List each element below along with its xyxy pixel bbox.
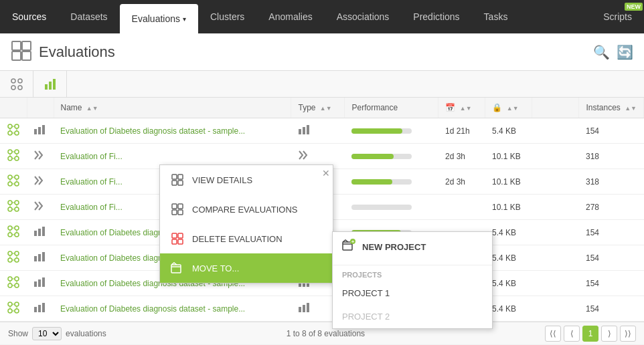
col-lock[interactable]: 🔒 ▲▼ [485, 98, 532, 118]
svg-rect-20 [38, 127, 41, 134]
svg-rect-113 [172, 233, 177, 238]
submenu-project1[interactable]: PROJECT 1 [333, 281, 492, 305]
svg-point-64 [15, 251, 19, 255]
ctx-compare[interactable]: COMPARE EVALUATIONS [160, 195, 333, 224]
ctx-move-to[interactable]: MOVE TO... [160, 253, 333, 283]
last-page-button[interactable]: ⟩⟩ [620, 326, 636, 342]
svg-rect-105 [172, 175, 177, 179]
row-time [438, 195, 485, 220]
refresh-button[interactable]: 🔄 [617, 44, 633, 60]
svg-point-65 [8, 258, 12, 262]
row-size: 10.1 KB [485, 144, 532, 169]
move-to-submenu: + NEW PROJECT PROJECTS PROJECT 1 PROJECT… [332, 231, 493, 329]
svg-text:+: + [351, 239, 355, 245]
svg-point-93 [8, 309, 12, 313]
submenu-new-project[interactable]: + NEW PROJECT [333, 232, 492, 262]
nav-datasets[interactable]: Datasets [58, 0, 119, 33]
svg-point-4 [11, 79, 15, 83]
svg-point-12 [15, 124, 19, 128]
svg-rect-0 [12, 41, 21, 50]
nav-scripts[interactable]: Scripts NEW [591, 0, 644, 33]
table-container: Name ▲▼ Type ▲▼ Performance 📅 ▲▼ 🔒 ▲▼ In… [0, 71, 644, 322]
svg-rect-114 [178, 233, 183, 238]
row-icon1 [0, 271, 27, 296]
row-time: 2d 3h [438, 144, 485, 169]
footer-info: 1 to 8 of 8 evaluations [106, 329, 545, 338]
svg-point-66 [15, 258, 19, 262]
nav-anomalies[interactable]: Anomalies [256, 0, 324, 33]
submenu-project2: PROJECT 2 [333, 305, 492, 328]
col-size[interactable] [532, 98, 579, 118]
page-header: Evaluations 🔍 🔄 [0, 33, 644, 71]
row-instances: 154 [579, 245, 644, 271]
per-page-select[interactable]: 10 25 50 [32, 327, 62, 340]
row-icon1 [0, 296, 27, 322]
svg-rect-115 [172, 239, 177, 244]
evaluations-label: evaluations [66, 329, 106, 338]
toolbar-group-icon[interactable] [0, 71, 33, 98]
svg-rect-86 [38, 279, 41, 287]
svg-point-33 [8, 175, 12, 179]
svg-rect-19 [34, 129, 37, 134]
svg-rect-116 [178, 239, 183, 244]
ctx-delete[interactable]: DELETE EVALUATION [160, 224, 333, 253]
row-icon1 [0, 144, 27, 169]
close-icon[interactable]: ✕ [322, 168, 330, 179]
col-type-icon2 [27, 98, 54, 118]
svg-rect-106 [178, 175, 183, 179]
nav-clusters[interactable]: Clusters [198, 0, 256, 33]
col-type[interactable]: Type ▲▼ [291, 98, 345, 118]
first-page-button[interactable]: ⟨⟨ [545, 326, 561, 342]
prev-page-button[interactable]: ⟨ [564, 326, 580, 342]
svg-rect-2 [12, 51, 21, 60]
table-row: Evaluation of Diabetes diagnosis dataset… [0, 118, 644, 144]
move-to-icon [169, 260, 185, 276]
svg-point-94 [15, 309, 19, 313]
svg-rect-109 [172, 204, 177, 209]
nav-predictions[interactable]: Predictions [401, 0, 471, 33]
col-performance[interactable]: Performance [345, 98, 438, 118]
row-icon2 [27, 169, 54, 195]
row-size2 [532, 296, 579, 322]
ctx-view-details-label: VIEW DETAILS [192, 175, 252, 185]
row-icon2 [27, 144, 54, 169]
row-instances: 318 [579, 169, 644, 195]
col-instances[interactable]: Instances ▲▼ [579, 98, 644, 118]
svg-point-42 [15, 201, 19, 205]
search-button[interactable]: 🔍 [593, 44, 610, 60]
svg-point-41 [8, 201, 12, 205]
row-time: 1d 21h [438, 118, 485, 144]
svg-rect-107 [172, 181, 177, 185]
svg-rect-102 [299, 307, 301, 312]
toolbar-chart-icon[interactable] [33, 71, 67, 98]
new-project-label: NEW PROJECT [362, 242, 426, 252]
row-icon1 [0, 169, 27, 195]
svg-rect-24 [307, 125, 309, 134]
nav-sources[interactable]: Sources [0, 0, 58, 33]
nav-associations[interactable]: Associations [325, 0, 402, 33]
ctx-view-details[interactable]: VIEW DETAILS [160, 165, 333, 195]
row-name[interactable]: Evaluation of Diabetes diagnosis dataset… [54, 296, 291, 322]
svg-point-79 [8, 283, 12, 288]
col-date[interactable]: 📅 ▲▼ [438, 98, 485, 118]
nav-evaluations[interactable]: Evaluations ▾ [120, 4, 198, 33]
svg-point-80 [15, 283, 19, 288]
row-name[interactable]: Evaluation of Diabetes diagnosis dataset… [54, 118, 291, 144]
context-menu: ✕ VIEW DETAILS COMPAR [159, 164, 333, 283]
footer: Show 10 25 50 evaluations 1 to 8 of 8 ev… [0, 322, 644, 344]
row-icon2 [27, 245, 54, 271]
svg-point-49 [8, 226, 12, 230]
next-page-button[interactable]: ⟩ [601, 326, 617, 342]
row-size2 [532, 245, 579, 271]
row-performance [345, 195, 438, 220]
svg-point-11 [8, 124, 12, 128]
new-project-icon: + [342, 239, 355, 255]
row-instances: 154 [579, 118, 644, 144]
col-name[interactable]: Name ▲▼ [54, 98, 291, 118]
row-performance [345, 118, 438, 144]
svg-rect-10 [53, 79, 56, 90]
svg-point-34 [15, 175, 19, 179]
nav-tasks[interactable]: Tasks [472, 0, 520, 33]
page-1-button[interactable]: 1 [582, 326, 598, 342]
pagination: ⟨⟨ ⟨ 1 ⟩ ⟩⟩ [545, 326, 636, 342]
